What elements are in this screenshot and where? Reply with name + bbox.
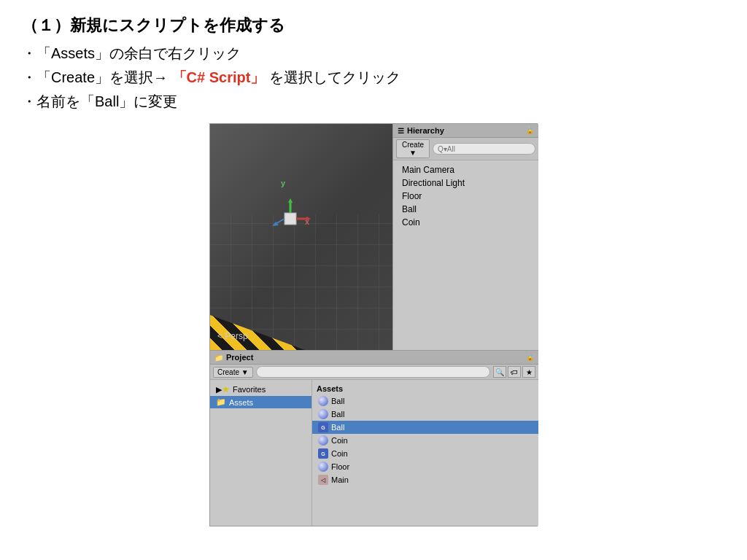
hierarchy-create-btn[interactable]: Create ▼	[396, 139, 430, 158]
floor-sphere-icon	[318, 462, 328, 472]
project-body: ▶ ★ Favorites 📁 Assets Assets	[210, 380, 538, 526]
hierarchy-item-coin[interactable]: Coin	[393, 216, 538, 229]
hierarchy-title-bar: ☰ Hierarchy 🔒	[393, 124, 538, 138]
hierarchy-list-icon: ☰	[398, 127, 404, 135]
screenshot-area: y x < Persp ☰ Hierarchy 🔒 Create ▼	[22, 123, 725, 526]
svg-marker-2	[288, 198, 293, 203]
hierarchy-title-label: Hierarchy	[407, 126, 444, 135]
project-assets-folder[interactable]: 📁 Assets	[210, 396, 311, 408]
project-right-panel: Assets Ball Ball G	[312, 380, 538, 526]
highlight-csharp: 「C# Script」	[172, 69, 266, 85]
project-search-input[interactable]	[256, 366, 490, 378]
hierarchy-item-directional-light[interactable]: Directional Light	[393, 176, 538, 190]
project-star-icon-btn[interactable]: ★	[522, 366, 535, 378]
asset-coin-script-label: Coin	[331, 449, 348, 458]
step-3: 名前を「Ball」に変更	[22, 92, 725, 112]
project-panel: 📁 Project 🔒 Create ▼ 🔍 🏷 ★	[210, 350, 538, 526]
project-favorites-item[interactable]: ▶ ★ Favorites	[210, 383, 311, 396]
axis-x-label: x	[305, 217, 309, 226]
hierarchy-lock-icon: 🔒	[526, 127, 534, 134]
asset-main-label: Main	[331, 475, 349, 484]
project-toolbar-icons: 🔍 🏷 ★	[493, 366, 535, 378]
favorites-arrow: ▶	[216, 385, 222, 394]
unity-window: y x < Persp ☰ Hierarchy 🔒 Create ▼	[209, 123, 538, 526]
assets-section-header: Assets	[312, 383, 538, 394]
hierarchy-list: Main Camera Directional Light Floor Ball…	[393, 160, 538, 350]
axis-y-label: y	[281, 179, 285, 187]
favorites-star-icon: ★	[222, 384, 230, 394]
project-folder-icon: 📁	[214, 354, 223, 362]
project-lock-icon: 🔒	[526, 354, 534, 361]
asset-ball-script-label: Ball	[331, 423, 344, 432]
hierarchy-item-floor[interactable]: Floor	[393, 190, 538, 203]
hierarchy-item-main-camera[interactable]: Main Camera	[393, 163, 538, 176]
asset-item-main[interactable]: ◁ Main	[312, 473, 538, 486]
project-panel-header: 📁 Project 🔒	[210, 351, 538, 365]
coin-script-icon: G	[318, 448, 328, 459]
instruction-list: 「Assets」の余白で右クリック 「Create」を選択→ 「C# Scrip…	[22, 44, 725, 112]
favorites-label: Favorites	[233, 385, 266, 394]
step-2: 「Create」を選択→ 「C# Script」 を選択してクリック	[22, 68, 725, 88]
project-title-label: Project	[226, 353, 253, 362]
step-1: 「Assets」の余白で右クリック	[22, 44, 725, 63]
main-icon: ◁	[318, 475, 328, 485]
ball-script-icon: G	[318, 422, 328, 432]
project-search-icon-btn[interactable]: 🔍	[493, 366, 506, 378]
asset-item-floor[interactable]: Floor	[312, 460, 538, 473]
page-content: （１）新規にスクリプトを作成する 「Assets」の余白で右クリック 「Crea…	[0, 0, 747, 534]
ball-sphere2-icon	[318, 409, 328, 419]
asset-item-ball-sphere2[interactable]: Ball	[312, 408, 538, 421]
project-create-btn[interactable]: Create ▼	[213, 367, 253, 378]
asset-floor-label: Floor	[331, 462, 349, 471]
assets-folder-icon: 📁	[216, 397, 226, 407]
hierarchy-search-input[interactable]	[433, 143, 535, 155]
scene-view[interactable]: y x < Persp ☰ Hierarchy 🔒 Create ▼	[210, 124, 538, 350]
project-tag-icon-btn[interactable]: 🏷	[508, 366, 521, 378]
project-left-panel: ▶ ★ Favorites 📁 Assets	[210, 380, 312, 526]
hierarchy-panel: ☰ Hierarchy 🔒 Create ▼ Main Camera Direc…	[392, 124, 538, 350]
asset-item-coin-script[interactable]: G Coin	[312, 447, 538, 460]
ball-sphere-icon	[318, 396, 328, 406]
project-toolbar: Create ▼ 🔍 🏷 ★	[210, 365, 538, 380]
asset-item-ball-script[interactable]: G Ball	[312, 421, 538, 434]
asset-ball-sphere-label: Ball	[331, 397, 344, 405]
coin-sphere-icon	[318, 435, 328, 446]
asset-ball-sphere2-label: Ball	[331, 410, 344, 419]
hierarchy-item-ball[interactable]: Ball	[393, 203, 538, 216]
hierarchy-toolbar: Create ▼	[393, 138, 538, 160]
asset-coin-sphere-label: Coin	[331, 436, 348, 445]
assets-folder-label: Assets	[229, 398, 253, 407]
instruction-title: （１）新規にスクリプトを作成する	[22, 15, 725, 36]
asset-item-coin-sphere[interactable]: Coin	[312, 434, 538, 447]
svg-rect-0	[285, 213, 296, 225]
asset-item-ball-sphere[interactable]: Ball	[312, 394, 538, 408]
persp-label: < Persp	[217, 331, 248, 341]
